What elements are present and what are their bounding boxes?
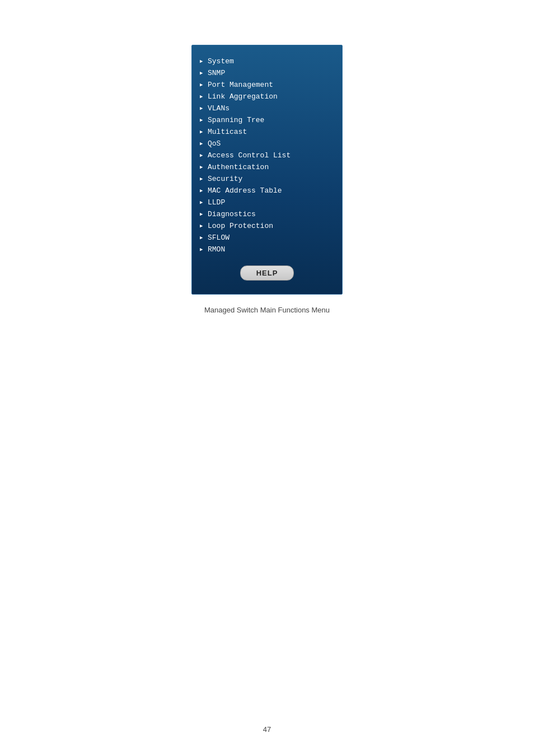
menu-item-label: SFLOW — [208, 234, 229, 242]
menu-arrow-icon: ▶ — [200, 70, 205, 76]
menu-item-label: Loop Protection — [208, 222, 273, 230]
menu-item-label: SNMP — [208, 69, 225, 77]
menu-item-vlans[interactable]: ▶VLANs — [192, 102, 342, 114]
menu-arrow-icon: ▶ — [200, 58, 205, 64]
menu-item-rmon[interactable]: ▶RMON — [192, 244, 342, 255]
caption: Managed Switch Main Functions Menu — [204, 306, 330, 314]
menu-item-snmp[interactable]: ▶SNMP — [192, 67, 342, 79]
menu-item-label: Multicast — [208, 128, 247, 136]
menu-item-multicast[interactable]: ▶Multicast — [192, 126, 342, 138]
menu-arrow-icon: ▶ — [200, 82, 205, 88]
menu-arrow-icon: ▶ — [200, 129, 205, 135]
menu-item-label: LLDP — [208, 198, 225, 207]
menu-item-mac-address-table[interactable]: ▶MAC Address Table — [192, 185, 342, 197]
menu-item-system[interactable]: ▶System — [192, 55, 342, 67]
menu-item-label: Diagnostics — [208, 210, 256, 218]
menu-arrow-icon: ▶ — [200, 152, 205, 158]
menu-arrow-icon: ▶ — [200, 223, 205, 229]
menu-arrow-icon: ▶ — [200, 176, 205, 182]
menu-arrow-icon: ▶ — [200, 94, 205, 100]
menu-item-diagnostics[interactable]: ▶Diagnostics — [192, 208, 342, 220]
help-button-wrapper: HELP — [192, 265, 342, 281]
menu-item-access-control-list[interactable]: ▶Access Control List — [192, 150, 342, 161]
menu-arrow-icon: ▶ — [200, 211, 205, 217]
menu-item-sflow[interactable]: ▶SFLOW — [192, 232, 342, 244]
menu-item-label: System — [208, 57, 234, 66]
page-number: 47 — [263, 725, 271, 734]
menu-arrow-icon: ▶ — [200, 246, 205, 253]
menu-item-spanning-tree[interactable]: ▶Spanning Tree — [192, 114, 342, 126]
menu-arrow-icon: ▶ — [200, 105, 205, 111]
menu-item-label: VLANs — [208, 104, 229, 113]
menu-item-port-management[interactable]: ▶Port Management — [192, 79, 342, 91]
menu-item-label: Security — [208, 175, 242, 183]
menu-item-label: Link Aggregation — [208, 92, 278, 101]
menu-arrow-icon: ▶ — [200, 199, 205, 206]
menu-item-loop-protection[interactable]: ▶Loop Protection — [192, 220, 342, 232]
menu-arrow-icon: ▶ — [200, 117, 205, 123]
help-button[interactable]: HELP — [240, 265, 294, 281]
menu-panel: ▶System▶SNMP▶Port Management▶Link Aggreg… — [191, 45, 343, 295]
menu-item-label: Port Management — [208, 81, 273, 89]
menu-item-label: MAC Address Table — [208, 186, 282, 195]
menu-arrow-icon: ▶ — [200, 141, 205, 147]
menu-item-label: RMON — [208, 245, 225, 254]
menu-item-lldp[interactable]: ▶LLDP — [192, 197, 342, 208]
menu-item-security[interactable]: ▶Security — [192, 173, 342, 185]
menu-arrow-icon: ▶ — [200, 235, 205, 241]
menu-item-label: Access Control List — [208, 151, 291, 160]
page-wrapper: ▶System▶SNMP▶Port Management▶Link Aggreg… — [0, 0, 534, 314]
menu-item-label: Spanning Tree — [208, 116, 264, 124]
menu-item-qos[interactable]: ▶QoS — [192, 138, 342, 150]
menu-item-label: QoS — [208, 139, 221, 148]
menu-arrow-icon: ▶ — [200, 188, 205, 194]
menu-arrow-icon: ▶ — [200, 164, 205, 170]
menu-item-authentication[interactable]: ▶Authentication — [192, 161, 342, 173]
menu-item-label: Authentication — [208, 163, 269, 171]
menu-item-link-aggregation[interactable]: ▶Link Aggregation — [192, 91, 342, 102]
